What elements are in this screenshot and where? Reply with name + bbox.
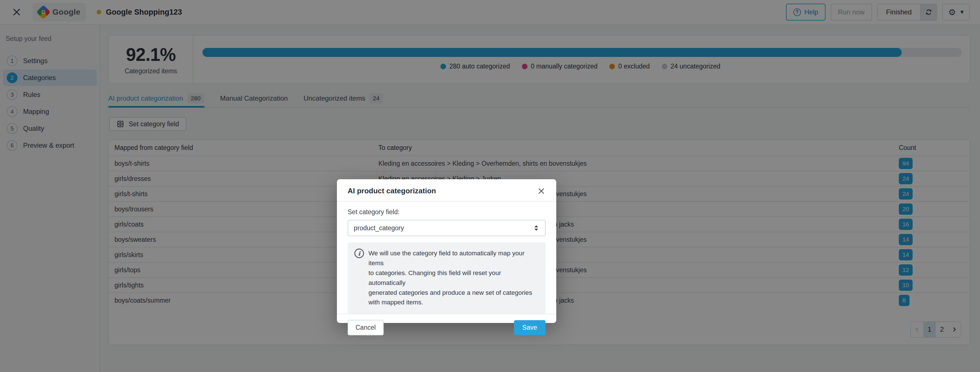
cancel-button[interactable]: Cancel xyxy=(348,320,384,335)
category-field-select[interactable]: product_category xyxy=(348,220,546,236)
info-text: We will use the category field to automa… xyxy=(369,248,539,307)
save-button[interactable]: Save xyxy=(514,320,546,335)
select-arrows-icon xyxy=(533,224,539,232)
dialog-title: AI product categorization xyxy=(348,186,436,195)
dialog-close-icon[interactable] xyxy=(537,187,546,195)
set-category-field-label: Set category field: xyxy=(348,208,546,216)
ai-product-categorization-dialog: AI product categorization Set category f… xyxy=(337,179,556,323)
category-field-value: product_category xyxy=(354,224,404,232)
category-field-info-note: i We will use the category field to auto… xyxy=(348,242,546,314)
info-icon: i xyxy=(355,248,364,258)
